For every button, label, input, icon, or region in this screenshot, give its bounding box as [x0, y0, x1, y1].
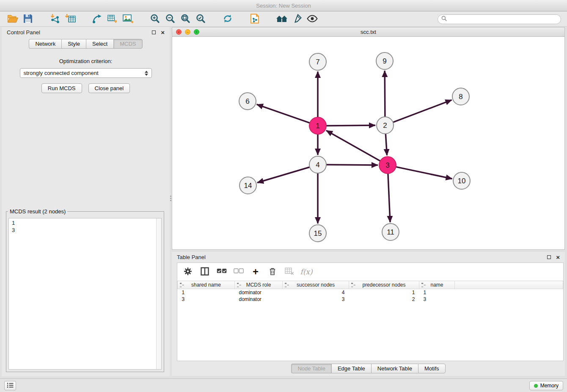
graph-edge-4-3[interactable]	[326, 165, 378, 165]
mcds-result-text[interactable]: 1 3	[8, 218, 162, 370]
table-cell[interactable]: 3	[283, 296, 349, 303]
show-columns-button[interactable]	[198, 265, 211, 278]
column-header-predecessor-nodes[interactable]: predecessor nodes	[349, 281, 419, 289]
zoom-out-button[interactable]	[162, 13, 178, 25]
table-cell[interactable]: 3	[178, 296, 235, 303]
zoom-selected-icon	[195, 14, 206, 25]
zoom-fit-icon	[180, 14, 190, 25]
deselect-all-rows-button[interactable]	[232, 265, 245, 278]
table-cell[interactable]: dominator	[235, 296, 283, 303]
table-cell[interactable]: 1	[178, 289, 235, 296]
tab-mcds[interactable]: MCDS	[113, 39, 142, 49]
function-builder-button[interactable]: f(x)	[300, 265, 313, 278]
zoom-in-button[interactable]	[147, 13, 162, 25]
import-network-button[interactable]	[47, 13, 63, 25]
column-header-name[interactable]: name	[419, 281, 455, 289]
column-header-shared-name[interactable]: shared name	[178, 281, 235, 289]
search-input[interactable]	[449, 16, 557, 22]
result-scrollbar[interactable]	[156, 218, 161, 369]
table-cell[interactable]: 2	[349, 296, 419, 303]
graph-node-11[interactable]: 11	[382, 224, 399, 240]
result-line: 3	[12, 226, 158, 234]
optimization-criterion-select[interactable]: strongly connected component	[20, 68, 152, 78]
close-panel-button[interactable]: Close panel	[88, 83, 130, 93]
save-session-button[interactable]	[20, 13, 36, 25]
graph-edge-4-14[interactable]	[257, 167, 310, 183]
export-image-button[interactable]	[120, 13, 135, 25]
graph-node-10[interactable]: 10	[453, 172, 470, 189]
tab-style[interactable]: Style	[61, 39, 86, 49]
zoom-selected-button[interactable]	[193, 13, 208, 25]
graph-node-3[interactable]: 3	[379, 157, 396, 174]
run-mcds-button[interactable]: Run MCDS	[41, 83, 82, 93]
tab-network[interactable]: Network	[29, 39, 61, 49]
annotation-button[interactable]	[289, 13, 305, 25]
tab-node-table[interactable]: Node Table	[291, 364, 331, 373]
toolbar-group-view	[274, 13, 320, 25]
graph-node-label: 15	[314, 229, 322, 237]
network-graph[interactable]: 7968124314101511	[172, 37, 564, 249]
graph-node-6[interactable]: 6	[239, 93, 256, 110]
table-cell[interactable]: 3	[419, 296, 455, 303]
tab-network-table[interactable]: Network Table	[371, 364, 418, 373]
toolbar-group-clone	[247, 13, 262, 25]
tab-edge-table[interactable]: Edge Table	[331, 364, 371, 373]
column-header-filler	[455, 281, 563, 289]
delete-table-button[interactable]	[283, 265, 296, 278]
add-column-button[interactable]: +	[249, 265, 262, 278]
graph-edge-1-6[interactable]	[257, 105, 310, 123]
open-file-button[interactable]	[5, 13, 20, 25]
column-header-MCDS-role[interactable]: MCDS role	[235, 281, 283, 289]
import-table-button[interactable]	[63, 13, 78, 25]
control-panel-float-icon[interactable]	[152, 30, 156, 34]
graph-node-1[interactable]: 1	[309, 117, 326, 134]
graph-node-15[interactable]: 15	[309, 225, 326, 242]
graph-node-4[interactable]: 4	[309, 156, 326, 173]
table-cell-filler	[455, 289, 563, 296]
export-network-button[interactable]	[90, 13, 105, 25]
column-header-successor-nodes[interactable]: successor nodes	[283, 281, 349, 289]
window-minimize-button[interactable]: −	[185, 29, 190, 35]
graph-edge-2-9[interactable]	[385, 71, 385, 117]
search-box[interactable]	[438, 14, 561, 24]
zoom-fit-button[interactable]	[178, 13, 193, 25]
table-cell[interactable]: 4	[283, 289, 349, 296]
graph-edge-2-3[interactable]	[385, 134, 387, 155]
table-settings-button[interactable]	[182, 265, 194, 278]
graph-node-14[interactable]: 14	[239, 177, 256, 194]
search-icon	[441, 15, 447, 23]
graph-node-9[interactable]: 9	[376, 52, 393, 69]
table-panel-close-icon[interactable]: ×	[556, 254, 560, 260]
window-close-button[interactable]: ×	[176, 29, 182, 35]
graph-node-2[interactable]: 2	[377, 117, 394, 134]
show-graphics-details-button[interactable]	[305, 13, 320, 25]
table-row[interactable]: 3dominator323	[178, 296, 563, 303]
table-cell[interactable]: dominator	[235, 289, 283, 296]
tab-motifs[interactable]: Motifs	[418, 364, 446, 373]
memory-button[interactable]: Memory	[529, 381, 563, 390]
graph-edge-3-11[interactable]	[388, 174, 390, 222]
refresh-icon	[223, 14, 233, 25]
table-cell[interactable]: 1	[349, 289, 419, 296]
graph-node-7[interactable]: 7	[309, 53, 326, 70]
select-all-rows-button[interactable]	[215, 265, 228, 278]
tab-select[interactable]: Select	[86, 39, 113, 49]
graph-edge-3-10[interactable]	[396, 167, 452, 179]
task-history-button[interactable]	[4, 381, 16, 390]
graph-edge-2-8[interactable]	[393, 100, 452, 122]
window-zoom-button[interactable]: +	[194, 29, 199, 35]
clone-network-button[interactable]	[247, 13, 262, 25]
combo-stepper-icon	[145, 71, 148, 76]
table-row[interactable]: 1dominator411	[178, 289, 563, 296]
delete-column-button[interactable]	[266, 265, 279, 278]
graph-edge-3-1[interactable]	[326, 130, 380, 161]
network-canvas[interactable]: 7968124314101511	[172, 37, 564, 249]
graph-edge-1-2[interactable]	[326, 125, 375, 126]
graph-node-8[interactable]: 8	[452, 88, 469, 105]
refresh-layout-button[interactable]	[220, 13, 235, 25]
export-table-button[interactable]	[105, 13, 120, 25]
table-cell[interactable]: 1	[419, 289, 455, 296]
control-panel-close-icon[interactable]: ×	[161, 29, 165, 36]
table-panel-float-icon[interactable]	[547, 255, 551, 259]
first-neighbors-button[interactable]	[274, 13, 289, 25]
